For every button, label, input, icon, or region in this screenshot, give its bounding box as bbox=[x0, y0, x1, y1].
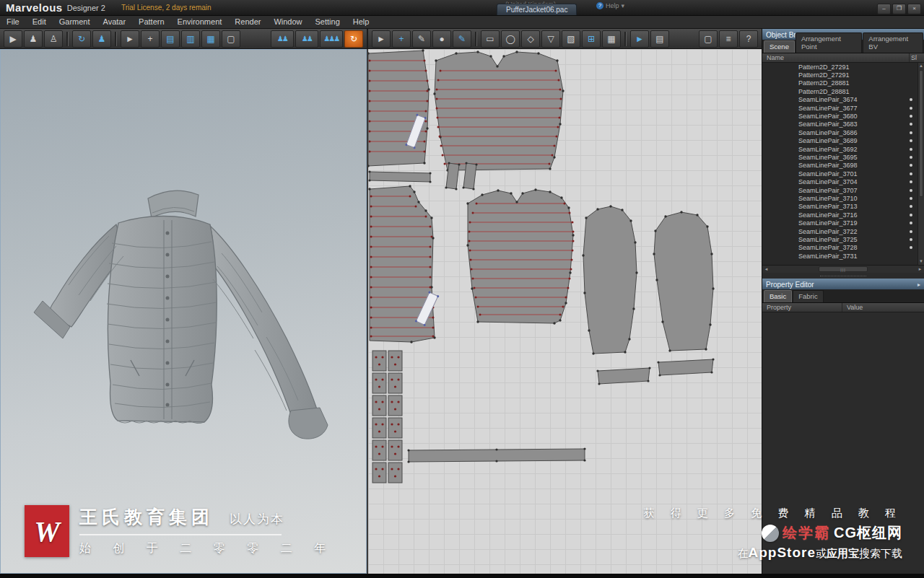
viewport-3d[interactable] bbox=[0, 49, 367, 574]
tree-item[interactable]: SeamLinePair_3689 bbox=[762, 137, 924, 145]
pattern-piece-sleeve-right[interactable] bbox=[654, 212, 713, 351]
quilt-square[interactable] bbox=[388, 395, 402, 416]
simulate-play-icon[interactable]: ▶ bbox=[4, 30, 22, 48]
frame-select-icon[interactable]: ▢ bbox=[222, 30, 240, 48]
tree-item[interactable]: SeamLinePair_3692 bbox=[762, 145, 924, 153]
select-tool-icon[interactable]: ► bbox=[121, 30, 139, 48]
tree-item[interactable]: SeamLinePair_3695 bbox=[762, 153, 924, 161]
tree-item[interactable]: Pattern2D_27291 bbox=[762, 71, 924, 79]
close-button[interactable]: × bbox=[907, 4, 921, 14]
add-point-icon[interactable]: ● bbox=[432, 30, 451, 48]
tree-item[interactable]: SeamLinePair_3731 bbox=[762, 252, 924, 260]
visibility-dot-icon[interactable] bbox=[910, 98, 912, 101]
avatar-pair-2-icon[interactable]: ♟♟ bbox=[295, 30, 318, 48]
tree-item[interactable]: SeamLinePair_3716 bbox=[762, 211, 924, 219]
avatar-group-icon[interactable]: ♟♟♟ bbox=[320, 30, 343, 48]
internal-line-icon[interactable]: ▧ bbox=[562, 30, 580, 48]
puffer-jacket[interactable] bbox=[34, 191, 328, 439]
tree-item[interactable]: SeamLinePair_3704 bbox=[762, 178, 924, 185]
quilt-square[interactable] bbox=[372, 463, 386, 483]
select-2d-icon[interactable]: ► bbox=[372, 30, 391, 48]
avatar-pair-1-icon[interactable]: ♟♟ bbox=[271, 30, 294, 48]
scroll-left-icon[interactable]: ◄ bbox=[762, 267, 770, 271]
rectangle-tool-icon[interactable]: ▭ bbox=[481, 30, 500, 48]
visibility-dot-icon[interactable] bbox=[910, 107, 912, 110]
help-2d-icon[interactable]: ? bbox=[739, 30, 758, 48]
tree-item[interactable]: Pattern2D_28881 bbox=[762, 87, 924, 95]
quilt-square[interactable] bbox=[388, 418, 402, 438]
column-value[interactable]: Value bbox=[842, 303, 924, 312]
edit-point-icon[interactable]: ✎ bbox=[412, 30, 431, 48]
menu-environment[interactable]: Environment bbox=[171, 16, 229, 28]
quilt-square[interactable] bbox=[388, 351, 402, 371]
avatar-pose-icon[interactable]: ♟ bbox=[24, 30, 43, 48]
pen-tool-icon[interactable]: ✎ bbox=[453, 30, 471, 48]
grid-pattern-icon[interactable]: ⊞ bbox=[582, 30, 601, 48]
tree-item[interactable]: SeamLinePair_3710 bbox=[762, 194, 924, 202]
menu-garment[interactable]: Garment bbox=[53, 16, 97, 28]
visibility-dot-icon[interactable] bbox=[910, 115, 912, 118]
dart-tool-icon[interactable]: ▽ bbox=[541, 30, 560, 48]
minimize-button[interactable]: – bbox=[877, 4, 891, 14]
tab-scene[interactable]: Scene bbox=[764, 40, 795, 53]
scroll-up-icon[interactable]: ▲ bbox=[918, 63, 924, 69]
visibility-dot-icon[interactable] bbox=[910, 123, 912, 126]
menu-setting[interactable]: Setting bbox=[309, 16, 346, 28]
tree-item[interactable]: SeamLinePair_3683 bbox=[762, 121, 924, 128]
visibility-dot-icon[interactable] bbox=[910, 205, 912, 208]
visibility-dot-icon[interactable] bbox=[910, 164, 912, 167]
tab-arrangement-bv[interactable]: Arrangement BV bbox=[863, 32, 923, 53]
column-property[interactable]: Property bbox=[762, 303, 842, 312]
scroll-down-icon[interactable]: ▼ bbox=[918, 258, 924, 265]
window-layout-3-icon[interactable]: ▦ bbox=[201, 30, 220, 48]
tree-item[interactable]: SeamLinePair_3701 bbox=[762, 170, 924, 178]
quilt-square[interactable] bbox=[372, 395, 386, 416]
tab-fabric[interactable]: Fabric bbox=[793, 290, 823, 302]
arrange-panel-icon[interactable]: ▢ bbox=[699, 30, 718, 48]
tree-item[interactable]: SeamLinePair_3722 bbox=[762, 227, 924, 235]
visibility-dot-icon[interactable] bbox=[910, 139, 912, 142]
trace-tool-icon[interactable]: ▦ bbox=[602, 30, 621, 48]
column-show[interactable]: Sl bbox=[910, 53, 924, 62]
visibility-dot-icon[interactable] bbox=[910, 230, 912, 233]
pattern-piece-front-bodice[interactable] bbox=[468, 190, 575, 323]
menu-edit[interactable]: Edit bbox=[26, 16, 53, 28]
notes-icon[interactable]: ≡ bbox=[719, 30, 738, 48]
quilt-square[interactable] bbox=[372, 373, 386, 393]
tree-item[interactable]: SeamLinePair_3728 bbox=[762, 244, 924, 252]
column-name[interactable]: Name bbox=[762, 53, 910, 62]
restore-button[interactable]: ❐ bbox=[892, 4, 906, 14]
panel-expand-icon[interactable]: ▸ bbox=[918, 281, 920, 288]
visibility-dot-icon[interactable] bbox=[910, 197, 912, 200]
hscrollbar-thumb[interactable]: ||| bbox=[819, 266, 868, 272]
tree-item[interactable]: Pattern2D_27291 bbox=[762, 63, 924, 71]
scroll-right-icon[interactable]: ► bbox=[916, 267, 924, 271]
menu-pattern[interactable]: Pattern bbox=[132, 16, 170, 28]
quilt-square[interactable] bbox=[372, 351, 386, 371]
tree-item[interactable]: SeamLinePair_3698 bbox=[762, 162, 924, 170]
tree-item[interactable]: SeamLinePair_3674 bbox=[762, 96, 924, 104]
move-gizmo-icon[interactable]: + bbox=[141, 30, 160, 48]
quilt-square[interactable] bbox=[372, 418, 386, 438]
menu-file[interactable]: File bbox=[0, 16, 26, 28]
visibility-dot-icon[interactable] bbox=[910, 131, 912, 134]
menu-window[interactable]: Window bbox=[267, 16, 308, 28]
visibility-dot-icon[interactable] bbox=[910, 172, 912, 175]
seam-select-icon[interactable]: ► bbox=[630, 30, 649, 48]
quilt-square[interactable] bbox=[388, 373, 402, 393]
tab-arrangement-point[interactable]: Arrangement Point bbox=[796, 32, 862, 53]
tree-item[interactable]: SeamLinePair_3686 bbox=[762, 128, 924, 136]
panel-splitter[interactable] bbox=[762, 273, 924, 279]
quilt-square[interactable] bbox=[388, 463, 402, 483]
polygon-tool-icon[interactable]: ◇ bbox=[521, 30, 540, 48]
sync-3d-icon[interactable]: ↻ bbox=[72, 30, 91, 48]
tree-horizontal-scrollbar[interactable]: ◄ ||| ► bbox=[762, 265, 924, 273]
visibility-dot-icon[interactable] bbox=[910, 180, 912, 183]
avatar-walk-icon[interactable]: ♙ bbox=[44, 30, 63, 48]
visibility-dot-icon[interactable] bbox=[910, 222, 912, 224]
visibility-dot-icon[interactable] bbox=[910, 238, 912, 241]
tree-item[interactable]: SeamLinePair_3725 bbox=[762, 235, 924, 243]
pattern-piece-back-bodice[interactable] bbox=[435, 52, 563, 170]
pattern-piece-waistband[interactable] bbox=[409, 449, 585, 462]
tree-item[interactable]: SeamLinePair_3677 bbox=[762, 104, 924, 112]
